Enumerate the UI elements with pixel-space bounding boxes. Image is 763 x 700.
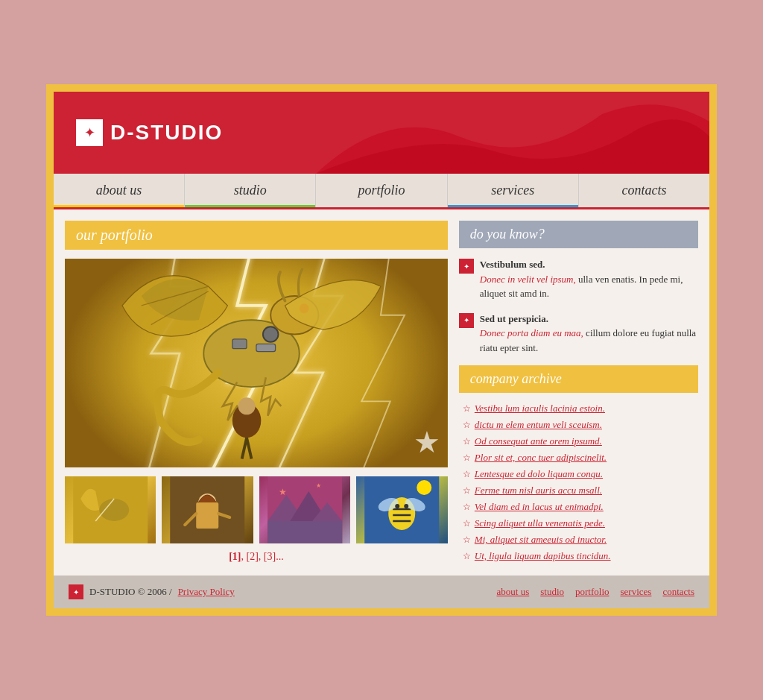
know-link-2[interactable]: Donec porta diam eu maa, — [480, 327, 583, 338]
footer-nav: about us studio portfolio services conta… — [497, 586, 694, 598]
svg-point-36 — [396, 504, 400, 508]
know-item-2: Sed ut perspicia. Donec porta diam eu ma… — [459, 312, 698, 356]
know-title-1: Vestibulum sed. — [480, 259, 545, 270]
pagination-2[interactable]: [2] — [247, 551, 259, 562]
header-wave — [316, 92, 709, 174]
archive-item-8: Scing aliquet ulla venenatis pede. — [463, 515, 694, 532]
archive-link-10[interactable]: Ut, ligula liquam dapibus tincidun. — [475, 550, 611, 562]
pagination-3[interactable]: [3]... — [264, 551, 284, 562]
archive-link-4[interactable]: Plor sit et, conc tuer adipiscinelit. — [475, 452, 607, 464]
know-icon-2 — [459, 313, 474, 328]
portfolio-section-title: our portfolio — [65, 221, 448, 250]
know-link-1[interactable]: Donec in velit vel ipsum, — [480, 274, 576, 285]
site-footer: D-STUDIO © 2006 / Privacy Policy about u… — [54, 576, 709, 608]
thumbnail-1[interactable] — [65, 476, 156, 543]
do-you-know-title: do you know? — [459, 221, 698, 248]
site-logo: D-STUDIO — [76, 119, 223, 146]
archive-link-2[interactable]: dictu m elem entum veli sceuism. — [475, 419, 602, 431]
archive-item-6: Ferme tum nisl auris accu msall. — [463, 482, 694, 499]
archive-link-1[interactable]: Vestibu lum iaculis lacinia estoin. — [475, 403, 605, 414]
pagination-current[interactable]: [1] — [229, 551, 241, 562]
know-icon-1 — [459, 259, 474, 274]
main-left: our portfolio — [65, 221, 448, 564]
know-text-1: Vestibulum sed. Donec in velit vel ipsum… — [480, 257, 698, 301]
svg-rect-18 — [197, 502, 219, 529]
footer-logo-icon — [69, 584, 83, 599]
thumbnail-2[interactable] — [162, 476, 253, 543]
archive-item-4: Plor sit et, conc tuer adipiscinelit. — [463, 450, 694, 466]
main-right: do you know? Vestibulum sed. Donec in ve… — [459, 221, 698, 564]
star-favorite: ★ — [414, 425, 440, 460]
archive-item-7: Vel diam ed in lacus ut enimadpi. — [463, 499, 694, 515]
svg-point-10 — [238, 397, 256, 414]
svg-point-37 — [405, 504, 409, 508]
thumbnail-3[interactable]: ★ ★ — [259, 476, 350, 543]
outer-wrapper: D-STUDIO about us studio portfolio servi… — [46, 84, 717, 616]
site-container: D-STUDIO about us studio portfolio servi… — [54, 92, 709, 608]
svg-rect-22 — [267, 521, 342, 543]
logo-icon — [76, 119, 103, 146]
portfolio-thumbs: ★ ★ — [65, 476, 448, 543]
portfolio-main-image: ★ — [65, 259, 448, 467]
footer-nav-studio[interactable]: studio — [540, 586, 564, 598]
archive-item-9: Mi, aliquet sit ameeuis od inuctor. — [463, 532, 694, 548]
archive-link-7[interactable]: Vel diam ed in lacus ut enimadpi. — [475, 501, 604, 513]
know-title-2: Sed ut perspicia. — [480, 313, 548, 324]
archive-link-5[interactable]: Lentesque ed dolo liquam conqu. — [475, 468, 603, 480]
archive-item-2: dictu m elem entum veli sceuism. — [463, 417, 694, 433]
pagination: [1], [2], [3]... — [65, 551, 448, 563]
nav-item-services[interactable]: services — [448, 174, 579, 207]
archive-item-3: Od consequat ante orem ipsumd. — [463, 433, 694, 450]
know-item-1: Vestibulum sed. Donec in velit vel ipsum… — [459, 257, 698, 301]
svg-point-38 — [417, 480, 432, 495]
footer-nav-contacts[interactable]: contacts — [662, 586, 694, 598]
site-nav: about us studio portfolio services conta… — [54, 174, 709, 209]
footer-nav-portfolio[interactable]: portfolio — [575, 586, 610, 598]
archive-item-5: Lentesque ed dolo liquam conqu. — [463, 466, 694, 482]
footer-left: D-STUDIO © 2006 / Privacy Policy — [69, 584, 235, 599]
svg-rect-5 — [256, 344, 276, 351]
nav-item-about-us[interactable]: about us — [54, 174, 185, 207]
nav-item-portfolio[interactable]: portfolio — [316, 174, 447, 207]
privacy-policy-link[interactable]: Privacy Policy — [178, 586, 235, 598]
archive-link-9[interactable]: Mi, aliquet sit ameeuis od inuctor. — [475, 534, 607, 546]
archive-link-8[interactable]: Scing aliquet ulla venenatis pede. — [475, 517, 605, 529]
archive-item-1: Vestibu lum iaculis lacinia estoin. — [463, 400, 694, 417]
svg-point-6 — [263, 327, 279, 342]
archive-title: company archive — [459, 365, 698, 393]
nav-item-studio[interactable]: studio — [185, 174, 316, 207]
svg-rect-28 — [267, 476, 342, 521]
thumbnail-4[interactable] — [356, 476, 447, 543]
footer-nav-about-us[interactable]: about us — [497, 586, 530, 598]
know-text-2: Sed ut perspicia. Donec porta diam eu ma… — [480, 312, 698, 356]
archive-link-3[interactable]: Od consequat ante orem ipsumd. — [475, 435, 602, 447]
footer-nav-services[interactable]: services — [621, 586, 652, 598]
archive-link-6[interactable]: Ferme tum nisl auris accu msall. — [475, 485, 602, 496]
svg-rect-4 — [232, 339, 247, 349]
archive-list: Vestibu lum iaculis lacinia estoin. dict… — [459, 400, 698, 564]
nav-item-contacts[interactable]: contacts — [579, 174, 709, 207]
archive-item-10: Ut, ligula liquam dapibus tincidun. — [463, 548, 694, 564]
svg-point-14 — [99, 499, 129, 521]
logo-text: D-STUDIO — [110, 121, 223, 145]
site-main: our portfolio — [54, 209, 709, 576]
footer-copyright: D-STUDIO © 2006 / — [89, 586, 172, 598]
site-header: D-STUDIO — [54, 92, 709, 174]
